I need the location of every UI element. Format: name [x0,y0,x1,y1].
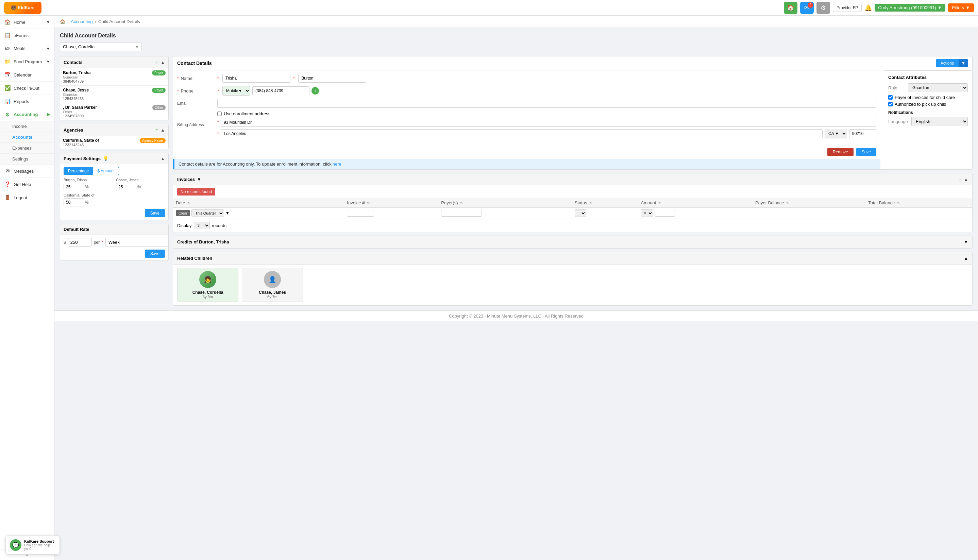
phone-type-select[interactable]: Mobile▼ [222,86,250,95]
display-count-select[interactable]: 3 10 25 [194,222,210,229]
payer-checkbox[interactable] [888,95,893,100]
default-rate-title: Default Rate [63,227,90,232]
pickup-checkbox[interactable] [888,102,893,107]
settings-nav-button[interactable]: ⚙ [816,2,830,14]
period-select[interactable]: Week Day Month [105,238,169,247]
agency-info: California, State of 1232143243 [63,138,99,147]
date-filter-select[interactable]: This Quarter [192,210,224,217]
child-card-james[interactable]: 👤 Chase, James 6y 7m [242,268,303,302]
zip-input[interactable] [849,129,876,138]
sidebar-item-eforms[interactable]: 📋 eForms [0,29,54,42]
role-select[interactable]: Guardian [908,83,968,92]
home-nav-button[interactable]: 🏠 [784,2,797,14]
credits-header[interactable]: Credits of Burton, Trisha ▼ [173,236,972,248]
sort-icon: ⇅ [460,201,463,205]
phone-input[interactable] [252,87,310,95]
collapse-payment-button[interactable]: ▲ [160,156,165,161]
save-contact-button[interactable]: Save [856,148,876,156]
sidebar-item-calendar[interactable]: 📅 Calendar [0,68,54,82]
contact-item[interactable]: Chase, Jesse Guardian 1254345433 Payer [60,86,168,103]
sidebar-item-expenses[interactable]: Expenses [0,143,54,154]
add-agency-button[interactable]: + [155,127,158,133]
period-select-wrapper: Week Day Month [105,238,169,247]
sidebar-item-checkinout[interactable]: ✅ Check In/Out [0,82,54,95]
payer2-input[interactable] [116,183,137,191]
contact-item[interactable]: Burton, Trisha Guardian 3848484739 Payer [60,68,168,86]
calendar-icon: 📅 [4,72,11,78]
invoice-filter-input[interactable] [347,210,374,217]
provider-button[interactable]: Provider FP [833,4,862,12]
amount-filter-input[interactable] [655,210,675,217]
language-select[interactable]: English [911,117,968,126]
rate-save-button[interactable]: Save [145,250,165,258]
add-invoice-button[interactable]: + [959,176,962,182]
email-input[interactable] [217,99,876,108]
filter-row: Clear This Quarter ▼ [173,208,972,219]
chat-title: KidKare Support [24,539,55,543]
sidebar-item-reports[interactable]: 📊 Reports [0,95,54,108]
contacts-list: Burton, Trisha Guardian 3848484739 Payer… [60,68,168,120]
home-breadcrumb-icon[interactable]: 🏠 [60,19,65,24]
notice-link[interactable]: here [333,162,342,167]
add-contact-button[interactable]: + [155,59,158,65]
remove-contact-button[interactable]: Remove [827,148,853,156]
street-input[interactable] [221,118,876,127]
related-children-title: Related Children [177,256,212,261]
first-name-input[interactable] [222,74,290,83]
bell-button[interactable]: 🔔 [865,4,872,12]
sidebar-item-accounts[interactable]: Accounts [0,132,54,143]
rate-input[interactable] [68,238,92,247]
accounting-breadcrumb[interactable]: Accounting [71,19,93,24]
sidebar-item-get-help[interactable]: ❓ Get Help [0,178,54,191]
sidebar-item-messages[interactable]: ✉ Messages [0,165,54,178]
credits-section: Credits of Burton, Trisha ▼ [173,236,973,248]
city-input[interactable] [221,129,823,138]
collapse-agencies-button[interactable]: ▲ [160,128,165,133]
agency-item[interactable]: California, State of 1232143243 Agency P… [60,136,168,149]
payment-settings-body: Percentage $ Amount Burton, Trisha % [60,164,168,220]
related-children-section: Related Children ▲ 👧 Chase, Cordelia 6y … [173,252,973,306]
sort-icon: ⇅ [187,201,190,205]
name-label: * Name [177,76,215,81]
amount-tab[interactable]: $ Amount [93,167,119,175]
contact-name: Burton, Trisha [63,70,90,75]
collapse-contacts-button[interactable]: ▲ [160,60,165,65]
payer1-input[interactable] [63,183,84,191]
sidebar-item-meals[interactable]: 🍽 Meals ▼ [0,42,54,55]
sidebar-item-home[interactable]: 🏠 Home ▼ [0,16,54,29]
contact-item[interactable]: , Dr. Sarah Parker Other 1234567890 Othe… [60,103,168,120]
user-button[interactable]: Cody Armstrong (991000991) ▼ [875,4,945,12]
filters-button[interactable]: Filters ▼ [948,3,974,12]
child-card-cordelia[interactable]: 👧 Chase, Cordelia 6y 3m [177,268,238,302]
related-children-header[interactable]: Related Children ▲ [173,252,972,265]
payers-filter-input[interactable] [441,210,482,217]
amount-eq-select[interactable]: = [641,210,653,217]
status-filter-select[interactable] [575,210,586,217]
sidebar-item-label: Food Program [13,59,42,64]
sidebar-item-food-program[interactable]: 📁 Food Program ▼ [0,55,54,68]
agency-payment-input[interactable] [63,198,84,207]
use-enrollment-checkbox[interactable] [217,112,222,116]
mail-nav-button[interactable]: ✉ 9 [800,2,814,14]
chat-widget[interactable]: 💬 KidKare Support How can we help you? [5,535,60,555]
contacts-title: Contacts [63,60,83,65]
actions-main-button[interactable]: Actions [936,59,959,67]
sidebar-item-settings[interactable]: Settings [0,154,54,165]
sidebar-item-income[interactable]: Income [0,121,54,132]
sidebar-item-accounting[interactable]: $ Accounting ▶ [0,108,54,121]
chevron-down-icon: ▼ [46,60,50,63]
actions-caret-button[interactable]: ▼ [959,59,968,67]
last-name-input[interactable] [298,74,366,83]
collapse-invoices-button[interactable]: ▲ [964,177,968,182]
sidebar-item-label: Calendar [13,72,32,78]
add-phone-button[interactable]: + [312,87,319,95]
child-select[interactable]: Chase, Cordelia [60,42,142,51]
filter-payer-balance-cell [753,208,865,219]
state-select[interactable]: CA ▼ [825,129,847,138]
sidebar-item-label: Get Help [13,182,31,187]
per-label: per [94,240,100,245]
payment-save-button[interactable]: Save [145,209,165,217]
clear-filter-button[interactable]: Clear [176,210,190,216]
percentage-tab[interactable]: Percentage [63,167,93,175]
sidebar-item-logout[interactable]: 🚪 Logout [0,191,54,204]
